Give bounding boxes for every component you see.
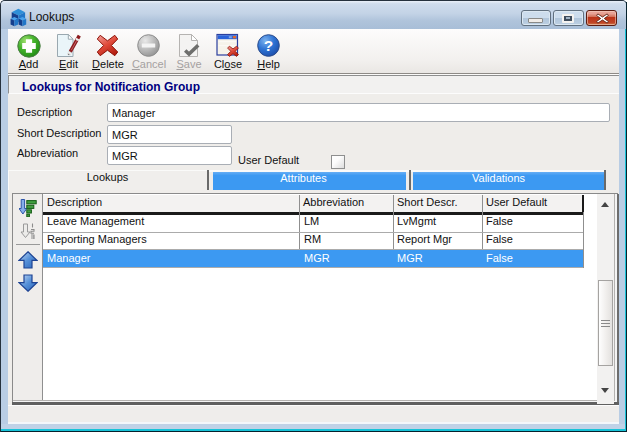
svg-text:?: ? — [264, 37, 273, 54]
